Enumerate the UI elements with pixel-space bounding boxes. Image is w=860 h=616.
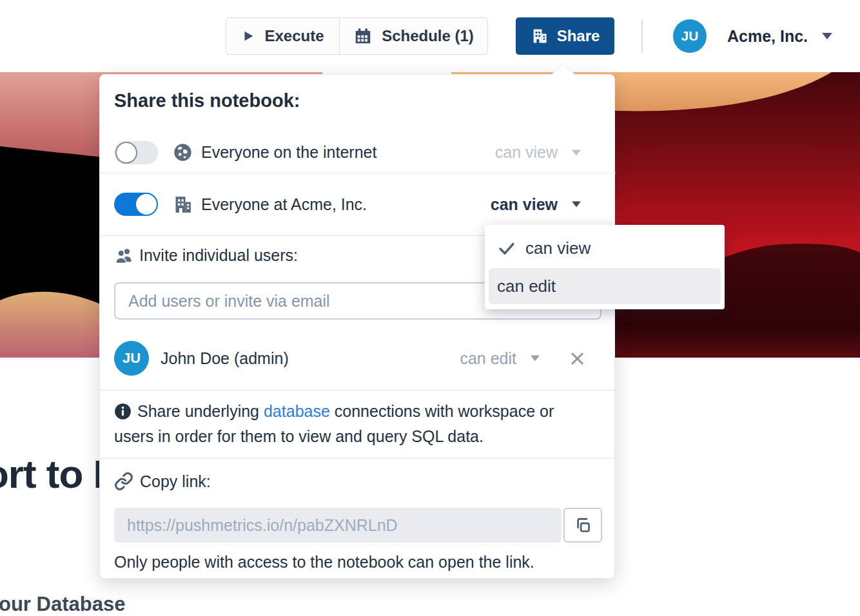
company-icon: [172, 194, 193, 215]
share-button-label: Share: [557, 27, 600, 45]
share-row-label: Everyone on the internet: [201, 143, 376, 162]
invite-users-row: Invite individual users:: [114, 242, 298, 269]
copy-link-button[interactable]: [563, 508, 602, 543]
internet-toggle[interactable]: [114, 141, 158, 164]
workspace-toggle[interactable]: [114, 193, 158, 216]
notebook-subheading-clipped: our Database: [0, 593, 125, 616]
share-row-internet: Everyone on the internet can view: [114, 131, 582, 173]
invite-users-label: Invite individual users:: [139, 246, 298, 265]
workspace-name: Acme, Inc.: [727, 27, 808, 46]
share-row-label: Everyone at Acme, Inc.: [201, 195, 367, 214]
info-text-before: Share underlying: [137, 402, 264, 420]
menu-item-label: can edit: [497, 276, 556, 296]
header-divider: [641, 19, 643, 53]
execute-button[interactable]: Execute: [226, 17, 340, 55]
chevron-down-icon[interactable]: [529, 354, 541, 362]
share-info-text: Share underlying database connections wi…: [114, 399, 580, 449]
check-icon: [498, 239, 516, 257]
member-name: John Doe (admin): [161, 349, 289, 368]
share-popover-title: Share this notebook:: [114, 90, 300, 111]
share-link-note: Only people with access to the notebook …: [114, 553, 534, 572]
share-button[interactable]: Share: [516, 17, 614, 55]
execute-button-label: Execute: [264, 27, 324, 45]
menu-item-can-view[interactable]: can view: [485, 228, 725, 268]
users-icon: [114, 245, 134, 265]
permission-value[interactable]: can edit: [460, 349, 516, 368]
link-icon: [114, 472, 133, 491]
section-divider: [100, 458, 616, 459]
copy-icon: [574, 517, 592, 534]
chevron-down-icon[interactable]: [571, 149, 582, 157]
workspace-switcher[interactable]: Acme, Inc.: [727, 17, 834, 55]
info-icon: [114, 403, 132, 420]
member-avatar: JU: [114, 341, 149, 376]
copy-link-label: Copy link:: [140, 472, 211, 491]
popover-pointer: [551, 63, 575, 87]
chevron-down-icon: [821, 32, 834, 41]
database-link[interactable]: database: [264, 402, 330, 420]
copy-link-row: Copy link:: [114, 469, 211, 494]
app-root: ort to E our Database Execute Schedule (…: [0, 0, 860, 616]
permission-value[interactable]: can view: [491, 195, 558, 214]
company-icon: [531, 27, 549, 45]
globe-icon: [172, 142, 193, 163]
menu-item-label: can view: [525, 238, 591, 258]
permission-menu: can view can edit: [485, 225, 725, 309]
permission-value[interactable]: can view: [495, 143, 558, 162]
user-avatar[interactable]: JU: [673, 19, 707, 53]
toggle-knob: [136, 194, 157, 215]
toggle-knob: [115, 142, 137, 164]
share-link-url[interactable]: https://pushmetrics.io/n/pabZXNRLnD: [114, 508, 562, 543]
close-icon[interactable]: [568, 349, 586, 367]
play-icon: [241, 29, 255, 43]
chevron-down-icon[interactable]: [571, 200, 582, 208]
share-popover: Share this notebook: Everyone on the int…: [99, 74, 615, 579]
member-row: JU John Doe (admin) can edit: [114, 336, 586, 381]
calendar-icon: [353, 26, 373, 46]
share-link-row: https://pushmetrics.io/n/pabZXNRLnD: [114, 508, 602, 543]
section-divider: [100, 390, 616, 390]
menu-item-can-edit[interactable]: can edit: [489, 268, 721, 304]
toolbar-button-group: Execute Schedule (1): [226, 17, 488, 55]
schedule-button-label: Schedule (1): [382, 27, 474, 45]
schedule-button[interactable]: Schedule (1): [339, 17, 488, 55]
